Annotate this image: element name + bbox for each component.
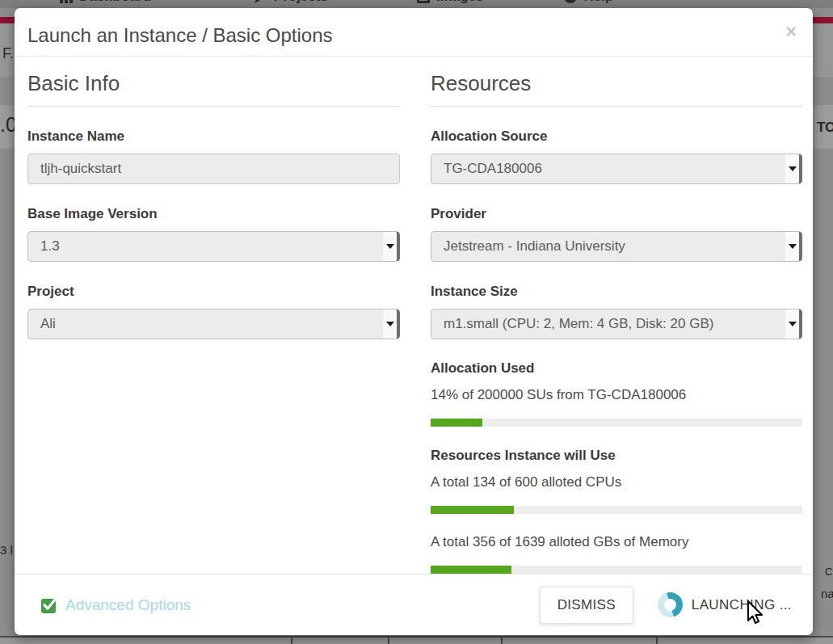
chevron-down-icon — [386, 322, 394, 326]
dropdown-button[interactable] — [785, 309, 799, 339]
table-divider — [388, 638, 389, 644]
memory-usage-progressbar — [431, 566, 802, 574]
allocation-used-text: 14% of 200000 SUs from TG-CDA180006 — [431, 387, 802, 403]
chevron-down-icon — [789, 244, 797, 249]
allocation-used-label: Allocation Used — [431, 360, 802, 377]
table-divider — [501, 638, 503, 644]
instance-name-label: Instance Name — [27, 128, 400, 145]
advanced-options-link[interactable]: Advanced Options — [40, 596, 191, 614]
project-select[interactable]: Ali — [27, 309, 400, 339]
project-label: Project — [27, 284, 400, 300]
basic-info-section: Basic Info Instance Name Base Image Vers… — [27, 57, 400, 574]
chevron-down-icon — [789, 166, 797, 171]
resources-heading: Resources — [431, 71, 802, 107]
progress-fill — [431, 506, 514, 514]
bar-chart-icon — [60, 0, 73, 3]
background-text-fragment: na — [821, 587, 833, 600]
allocation-used-progressbar — [431, 419, 802, 427]
modal-title: Launch an Instance / Basic Options — [27, 24, 813, 47]
dropdown-button[interactable] — [785, 232, 799, 261]
progress-fill — [431, 419, 482, 427]
base-image-version-select[interactable]: 1.3 — [27, 231, 400, 262]
base-image-version-label: Base Image Version — [27, 206, 400, 222]
instance-name-input[interactable] — [27, 154, 400, 184]
launching-label: LAUNCHING ... — [692, 597, 792, 613]
pencil-icon — [255, 0, 267, 3]
selected-value: TG-CDA180006 — [431, 161, 542, 177]
modal-footer: Advanced Options DISMISS LAUNCHING ... — [15, 574, 813, 635]
dropdown-button[interactable] — [383, 232, 397, 261]
help-icon: ? — [564, 0, 577, 3]
background-text-fragment: C — [825, 566, 832, 578]
background-text-fragment: 3 l — [0, 543, 13, 557]
nav-label: Dashboard — [79, 0, 151, 5]
close-icon[interactable]: × — [786, 23, 797, 41]
dropdown-button[interactable] — [383, 309, 397, 339]
nav-label: Projects — [274, 0, 328, 5]
chevron-down-icon — [386, 244, 394, 249]
progress-fill — [431, 566, 511, 574]
table-divider — [291, 638, 292, 644]
background-navbar: Dashboard Projects Images ? Help — [0, 0, 833, 8]
basic-info-heading: Basic Info — [27, 71, 400, 107]
cpu-usage-progressbar — [431, 506, 802, 514]
resources-section: Resources Allocation Source TG-CDA180006… — [431, 57, 802, 574]
allocation-source-select[interactable]: TG-CDA180006 — [431, 154, 802, 184]
resources-usage-label: Resources Instance will Use — [431, 448, 802, 464]
nav-item-dashboard: Dashboard — [60, 0, 151, 5]
nav-item-help: ? Help — [564, 0, 613, 5]
selected-value: Jetstream - Indiana University — [431, 238, 625, 255]
images-icon — [417, 0, 430, 3]
selected-value: Ali — [28, 316, 56, 332]
provider-label: Provider — [431, 206, 802, 222]
modal-header: Launch an Instance / Basic Options × — [15, 8, 813, 57]
instance-size-label: Instance Size — [431, 284, 802, 300]
advanced-options-label: Advanced Options — [65, 596, 191, 614]
checkbox-checked-icon — [40, 596, 58, 614]
chevron-down-icon — [789, 322, 797, 326]
launch-instance-modal: Launch an Instance / Basic Options × Bas… — [15, 8, 813, 635]
background-text-fragment: F. — [2, 45, 14, 62]
spinner-icon — [653, 588, 687, 622]
allocation-source-label: Allocation Source — [431, 128, 802, 145]
memory-usage-text: A total 356 of 1639 alloted GBs of Memor… — [431, 534, 802, 550]
cpu-usage-text: A total 134 of 600 alloted CPUs — [431, 474, 802, 490]
nav-item-projects: Projects — [255, 0, 328, 5]
selected-value: 1.3 — [28, 238, 60, 255]
instance-size-select[interactable]: m1.small (CPU: 2, Mem: 4 GB, Disk: 20 GB… — [431, 309, 802, 339]
background-text-fragment: TO — [817, 120, 833, 136]
provider-select[interactable]: Jetstream - Indiana University — [431, 231, 802, 262]
launching-status: LAUNCHING ... — [658, 592, 792, 617]
nav-label: Images — [436, 0, 484, 5]
dismiss-button[interactable]: DISMISS — [540, 587, 633, 624]
nav-item-images: Images — [417, 0, 484, 5]
nav-label: Help — [583, 0, 613, 5]
modal-body: Basic Info Instance Name Base Image Vers… — [15, 57, 813, 574]
selected-value: m1.small (CPU: 2, Mem: 4 GB, Disk: 20 GB… — [431, 316, 713, 332]
background-table-strip — [0, 636, 833, 644]
table-divider — [656, 638, 658, 644]
dropdown-button[interactable] — [785, 154, 799, 183]
